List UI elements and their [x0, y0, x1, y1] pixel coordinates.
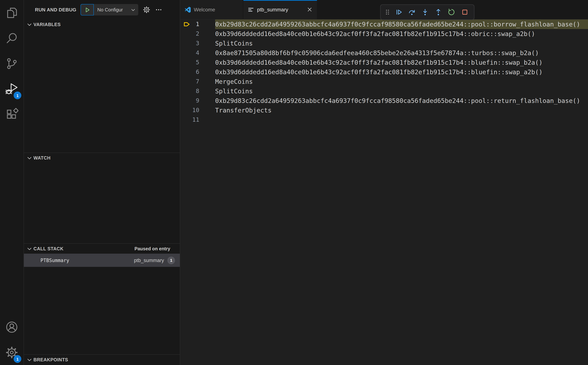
account-icon	[5, 320, 18, 334]
line-number[interactable]: 8	[180, 86, 199, 96]
debug-step-over-button[interactable]	[405, 6, 418, 19]
tab-label: Welcome	[194, 7, 215, 13]
list-file-icon	[248, 7, 254, 13]
ellipsis-icon	[155, 6, 162, 14]
debug-drag-handle-button[interactable]	[383, 6, 392, 19]
code-editor: 10xb29d83c26cdd2a64959263abbcfc4a6937f0c…	[180, 20, 588, 365]
vscode-logo-icon	[184, 7, 191, 13]
debug-launch-control: No Configur	[80, 4, 138, 15]
line-number[interactable]: 4	[180, 48, 199, 58]
step-out-icon	[434, 8, 442, 16]
tab-ptb-summary[interactable]: ptb_summary	[243, 0, 317, 19]
paused-status-text: Paused on entry	[135, 246, 170, 251]
line-text[interactable]	[215, 115, 588, 125]
chevron-down-icon	[27, 357, 32, 363]
debug-step-into-button[interactable]	[418, 6, 432, 19]
activity-item-explorer[interactable]	[0, 0, 23, 25]
step-over-icon	[408, 8, 416, 16]
debug-step-out-button[interactable]	[432, 6, 445, 19]
line-number[interactable]: 7	[180, 77, 199, 86]
debug-continue-button[interactable]	[392, 6, 405, 19]
code-line: 11	[180, 115, 588, 125]
step-into-icon	[421, 8, 429, 16]
line-number[interactable]: 9	[180, 96, 199, 105]
variables-section-body	[24, 30, 180, 153]
drag-handle-icon	[383, 8, 392, 16]
call-stack-section-header[interactable]: CALL STACK Paused on entry	[24, 243, 180, 254]
play-icon	[83, 6, 91, 14]
tab-welcome[interactable]: Welcome	[180, 0, 243, 19]
code-line: 7MergeCoins	[180, 77, 588, 86]
call-stack-section-body	[24, 267, 180, 354]
search-icon	[5, 31, 18, 45]
code-line: 8SplitCoins	[180, 86, 588, 96]
more-actions-button[interactable]	[155, 6, 162, 14]
code-line: 50xb39d6dddedd16ed8a40ce0b1e6b43c92acf0f…	[180, 58, 588, 67]
run-and-debug-sidebar: RUN AND DEBUG No Configur VARIABLES	[24, 0, 180, 365]
activity-item-search[interactable]	[0, 25, 23, 51]
chevron-down-icon	[27, 246, 32, 252]
watch-section-header[interactable]: WATCH	[24, 153, 180, 163]
watch-section-label: WATCH	[34, 155, 50, 161]
tab-label: ptb_summary	[257, 7, 288, 13]
breakpoints-section-header[interactable]: BREAKPOINTS	[24, 354, 180, 365]
code-line: 20xb39d6dddedd16ed8a40ce0b1e6b43c92acf0f…	[180, 29, 588, 39]
code-line: 10TransferObjects	[180, 105, 588, 115]
line-text[interactable]: 0xb39d6dddedd16ed8a40ce0b1e6b43c92acf0ff…	[215, 29, 588, 39]
source-control-icon	[5, 57, 18, 70]
call-stack-frames: PTBSummaryptb_summary1	[24, 254, 180, 267]
chevron-down-icon	[27, 22, 32, 28]
line-text[interactable]: 0xb39d6dddedd16ed8a40ce0b1e6b43c92acf0ff…	[215, 58, 588, 67]
continue-icon	[395, 8, 403, 16]
line-number[interactable]: 2	[180, 29, 199, 39]
line-text[interactable]: MergeCoins	[215, 77, 588, 86]
code-line: 40x8ae871505a80d8bf6bf9c05906cda6edfeea4…	[180, 48, 588, 58]
breakpoints-section-label: BREAKPOINTS	[34, 357, 68, 362]
debug-config-dropdown[interactable]: No Configur	[94, 4, 138, 15]
line-text[interactable]: 0xb39d6dddedd16ed8a40ce0b1e6b43c92acf0ff…	[215, 67, 588, 77]
call-stack-frame[interactable]: PTBSummaryptb_summary1	[24, 254, 180, 267]
sidebar-title: RUN AND DEBUG	[35, 7, 76, 13]
debug-gear-button[interactable]	[142, 6, 150, 14]
activity-item-extensions[interactable]	[0, 101, 23, 127]
line-number[interactable]: 5	[180, 58, 199, 67]
start-debugging-button[interactable]	[80, 4, 94, 15]
debug-restart-button[interactable]	[445, 6, 458, 19]
line-number[interactable]: 1	[180, 20, 199, 29]
close-icon[interactable]	[307, 7, 312, 13]
watch-section: WATCH	[24, 153, 180, 243]
restart-icon	[447, 8, 456, 16]
code-line: 3SplitCoins	[180, 39, 588, 48]
extensions-icon	[5, 107, 18, 121]
debug-stop-button[interactable]	[458, 6, 471, 19]
code-line: 10xb29d83c26cdd2a64959263abbcfc4a6937f0c…	[180, 20, 588, 29]
debug-toolbar	[380, 4, 474, 20]
variables-section-header[interactable]: VARIABLES	[24, 20, 180, 30]
line-number[interactable]: 11	[180, 115, 199, 125]
chevron-down-icon	[130, 7, 135, 12]
sidebar-titlebar: RUN AND DEBUG No Configur	[24, 0, 180, 20]
activity-item-run-and-debug[interactable]: 1	[0, 76, 23, 101]
editor-group: Welcomeptb_summary 10xb29d83c26cdd2a6495…	[180, 0, 588, 365]
code-line: 90xb29d83c26cdd2a64959263abbcfc4a6937f0c…	[180, 96, 588, 105]
frame-source: ptb_summary	[134, 258, 164, 263]
line-text[interactable]: 0xb29d83c26cdd2a64959263abbcfc4a6937f0c9…	[215, 96, 588, 105]
line-number[interactable]: 3	[180, 39, 199, 48]
line-text[interactable]: SplitCoins	[215, 39, 588, 48]
line-number[interactable]: 6	[180, 67, 199, 77]
activity-badge-run-and-debug: 1	[14, 91, 21, 99]
activity-item-source-control[interactable]	[0, 51, 23, 76]
line-text[interactable]: 0xb29d83c26cdd2a64959263abbcfc4a6937f0c9…	[215, 20, 588, 29]
line-text[interactable]: SplitCoins	[215, 86, 588, 96]
activity-badge-settings: 1	[14, 355, 21, 363]
frame-name: PTBSummary	[41, 258, 69, 263]
chevron-down-icon	[27, 155, 32, 161]
activity-item-account[interactable]	[0, 314, 23, 340]
line-number[interactable]: 10	[180, 105, 199, 115]
code-line: 60xb39d6dddedd16ed8a40ce0b1e6b43c92acf0f…	[180, 67, 588, 77]
line-text[interactable]: 0x8ae871505a80d8bf6bf9c05906cda6edfeea46…	[215, 48, 588, 58]
line-text[interactable]: TransferObjects	[215, 105, 588, 115]
stop-icon	[461, 8, 469, 16]
activity-item-settings[interactable]: 1	[0, 340, 23, 365]
activity-bar-top: 1	[0, 0, 23, 127]
